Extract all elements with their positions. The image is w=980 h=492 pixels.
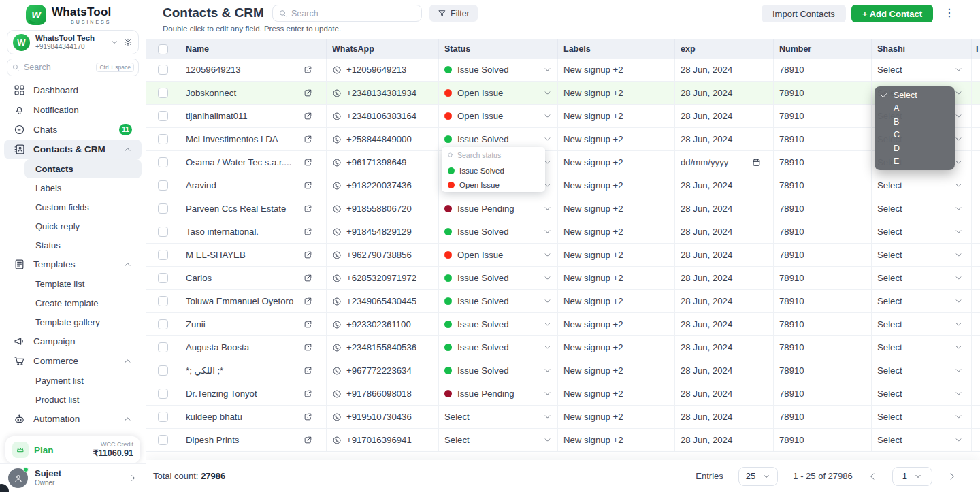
shashi-option-c[interactable]: C [875, 129, 955, 142]
exp-cell[interactable]: 28 Jun, 2024 [675, 336, 774, 359]
labels-value[interactable]: New signup +2 [564, 342, 623, 352]
labels-value[interactable]: New signup +2 [564, 296, 623, 306]
table-row[interactable]: Jobskonnect +2348134381934 Open Issue Ne… [146, 82, 980, 105]
exp-cell[interactable]: 28 Jun, 2024 [675, 220, 774, 243]
labels-value[interactable]: New signup +2 [564, 412, 623, 422]
status-option-issue-solved[interactable]: Issue Solved [442, 163, 545, 178]
sidebar-item-templates[interactable]: Templates [4, 255, 142, 274]
number-value[interactable]: 78910 [779, 365, 804, 376]
row-checkbox[interactable] [158, 203, 168, 214]
status-select[interactable]: Select [439, 406, 558, 428]
labels-value[interactable]: New signup +2 [564, 88, 623, 98]
row-checkbox[interactable] [158, 389, 168, 399]
open-contact-icon[interactable] [304, 320, 312, 329]
sidebar-item-campaign[interactable]: Campaign [4, 331, 142, 351]
exp-cell[interactable]: dd/mm/yyyy [675, 151, 774, 174]
labels-value[interactable]: New signup +2 [564, 65, 623, 75]
more-options-button[interactable]: ⋮ [944, 6, 953, 19]
sidebar-item-commerce[interactable]: Commerce [4, 351, 142, 371]
shashi-select[interactable]: Select [872, 406, 972, 428]
open-contact-icon[interactable] [304, 135, 312, 144]
column-header-whatsapp[interactable]: WhatsApp [327, 39, 439, 59]
table-row[interactable]: *; اللكي ;* +967772223634 Issue Solved N… [146, 359, 980, 382]
number-value[interactable]: 78910 [779, 180, 804, 191]
open-contact-icon[interactable] [304, 227, 312, 236]
labels-value[interactable]: New signup +2 [564, 389, 623, 399]
prev-page-button[interactable] [868, 472, 877, 481]
shashi-select[interactable]: Select [872, 267, 972, 289]
table-row[interactable]: M EL-SHAYEB +962790738856 Open Issue New… [146, 244, 980, 267]
select-all-checkbox[interactable] [158, 44, 168, 54]
table-row[interactable]: Dipesh Prints +917016396941 Select New s… [146, 429, 980, 452]
labels-value[interactable]: New signup +2 [564, 365, 623, 376]
status-option-open-issue[interactable]: Open Issue [442, 178, 545, 192]
exp-cell[interactable]: 28 Jun, 2024 [675, 359, 774, 382]
filter-button[interactable]: Filter [429, 5, 478, 22]
column-header-exp[interactable]: exp [675, 39, 774, 59]
open-contact-icon[interactable] [304, 297, 312, 306]
number-value[interactable]: 78910 [779, 250, 804, 260]
sidebar-item-labels[interactable]: Labels [24, 178, 142, 197]
table-row[interactable]: Parveen Ccs Real Estate +918558806720 Is… [146, 197, 980, 220]
status-select[interactable]: Issue Pending [439, 382, 558, 405]
number-value[interactable]: 78910 [779, 342, 804, 352]
row-checkbox[interactable] [158, 65, 168, 75]
table-row[interactable]: Carlos +6285320971972 Issue Solved New s… [146, 267, 980, 290]
chevron-down-icon[interactable] [110, 38, 118, 46]
date-input[interactable]: dd/mm/yyyy [681, 157, 761, 167]
labels-value[interactable]: New signup +2 [564, 157, 623, 167]
add-contact-button[interactable]: + Add Contact [851, 5, 933, 22]
number-value[interactable]: 78910 [779, 157, 804, 167]
sidebar-item-automation[interactable]: Automation [4, 409, 142, 429]
number-value[interactable]: 78910 [779, 435, 804, 445]
exp-cell[interactable]: 28 Jun, 2024 [675, 313, 774, 335]
chevron-right-icon[interactable] [129, 474, 137, 482]
shashi-select[interactable]: Select [872, 244, 972, 266]
status-select[interactable]: Select [439, 429, 558, 451]
column-header-status[interactable]: Status [439, 39, 558, 59]
row-checkbox[interactable] [158, 435, 168, 445]
sidebar-item-custom-fields[interactable]: Custom fields [24, 197, 142, 216]
table-row[interactable]: Osama / Water Tec s.a.r.... +96171398649… [146, 151, 980, 174]
sidebar-item-dashboard[interactable]: Dashboard [4, 80, 142, 100]
status-select[interactable]: Issue Solved [439, 290, 558, 312]
labels-value[interactable]: New signup +2 [564, 250, 623, 260]
exp-cell[interactable]: 28 Jun, 2024 [675, 244, 774, 266]
shashi-select[interactable]: Select [872, 429, 972, 451]
shashi-select[interactable]: Select [872, 382, 972, 405]
column-header-number[interactable]: Number [774, 39, 872, 59]
table-row[interactable]: Zunii +923302361100 Issue Solved New sig… [146, 313, 980, 336]
exp-cell[interactable]: 28 Jun, 2024 [675, 82, 774, 104]
profile-row[interactable]: Sujeet Owner [0, 463, 146, 492]
labels-value[interactable]: New signup +2 [564, 203, 623, 214]
labels-value[interactable]: New signup +2 [564, 319, 623, 329]
contacts-search-input[interactable]: Search [272, 5, 422, 22]
sidebar-item-chats[interactable]: Chats11 [4, 120, 142, 140]
shashi-select[interactable]: Select [872, 174, 972, 197]
shashi-option-a[interactable]: A [875, 102, 955, 116]
table-row[interactable]: tijanihalimat011 +2348106383164 Open Iss… [146, 105, 980, 128]
table-row[interactable]: Toluwa Emmanuel Oyetoro +2349065430445 I… [146, 290, 980, 313]
workspace-selector[interactable]: W WhatsTool Tech +919844344170 [7, 30, 139, 54]
shashi-select[interactable]: Select [872, 220, 972, 243]
number-value[interactable]: 78910 [779, 296, 804, 306]
page-select[interactable]: 1 [892, 467, 932, 486]
number-value[interactable]: 78910 [779, 134, 804, 144]
row-checkbox[interactable] [158, 273, 168, 283]
status-select[interactable]: Open Issue [439, 82, 558, 104]
status-select[interactable]: Issue Solved [439, 336, 558, 359]
gear-icon[interactable] [123, 37, 133, 47]
table-row[interactable]: McI Investimentos LDA +258844849000 Issu… [146, 128, 980, 151]
labels-value[interactable]: New signup +2 [564, 227, 623, 237]
sidebar-item-template-gallery[interactable]: Template gallery [24, 312, 142, 331]
shashi-select[interactable]: Select [872, 197, 972, 220]
row-checkbox[interactable] [158, 412, 168, 422]
sidebar-item-contacts-crm[interactable]: Contacts & CRM [4, 140, 142, 159]
exp-cell[interactable]: 28 Jun, 2024 [675, 267, 774, 289]
exp-cell[interactable]: 28 Jun, 2024 [675, 197, 774, 220]
row-checkbox[interactable] [158, 88, 168, 98]
exp-cell[interactable]: 28 Jun, 2024 [675, 429, 774, 451]
open-contact-icon[interactable] [304, 204, 312, 213]
status-select[interactable]: Issue Pending [439, 197, 558, 220]
exp-cell[interactable]: 28 Jun, 2024 [675, 59, 774, 81]
